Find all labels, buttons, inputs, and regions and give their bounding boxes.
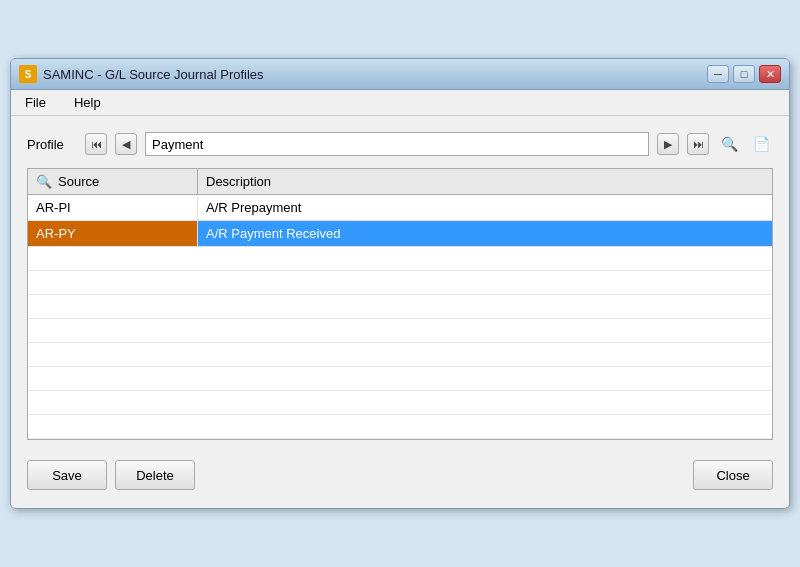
footer-left: Save Delete	[27, 460, 195, 490]
cell-description-selected: A/R Payment Received	[198, 221, 772, 246]
empty-row	[28, 319, 772, 343]
close-button[interactable]: Close	[693, 460, 773, 490]
title-buttons: ─ □ ✕	[707, 65, 781, 83]
search-button[interactable]: 🔍	[717, 132, 741, 156]
delete-button[interactable]: Delete	[115, 460, 195, 490]
main-window: S SAMINC - G/L Source Journal Profiles ─…	[10, 58, 790, 509]
empty-row	[28, 295, 772, 319]
profile-row: Profile ⏮ ◀ ▶ ⏭ 🔍 📄	[27, 132, 773, 156]
new-record-button[interactable]: 📄	[749, 132, 773, 156]
empty-row	[28, 391, 772, 415]
empty-row	[28, 247, 772, 271]
nav-next-button[interactable]: ▶	[657, 133, 679, 155]
table-header: 🔍 Source Description	[28, 169, 772, 195]
nav-first-button[interactable]: ⏮	[85, 133, 107, 155]
table-row[interactable]: AR-PI A/R Prepayment	[28, 195, 772, 221]
header-description: Description	[198, 169, 772, 194]
cell-source-selected: AR-PY	[28, 221, 198, 246]
empty-row	[28, 343, 772, 367]
app-icon: S	[19, 65, 37, 83]
data-table: 🔍 Source Description AR-PI A/R Prepaymen…	[27, 168, 773, 440]
content-area: Profile ⏮ ◀ ▶ ⏭ 🔍 📄 🔍 Source Description	[11, 116, 789, 508]
search-icon: 🔍	[721, 136, 738, 152]
save-button[interactable]: Save	[27, 460, 107, 490]
header-search-icon: 🔍	[36, 174, 52, 189]
empty-row	[28, 415, 772, 439]
menu-bar: File Help	[11, 90, 789, 116]
menu-file[interactable]: File	[19, 93, 52, 112]
empty-row	[28, 367, 772, 391]
minimize-button[interactable]: ─	[707, 65, 729, 83]
title-bar-left: S SAMINC - G/L Source Journal Profiles	[19, 65, 264, 83]
table-body: AR-PI A/R Prepayment AR-PY A/R Payment R…	[28, 195, 772, 439]
profile-input[interactable]	[145, 132, 649, 156]
empty-row	[28, 271, 772, 295]
window-title: SAMINC - G/L Source Journal Profiles	[43, 67, 264, 82]
cell-description: A/R Prepayment	[198, 195, 772, 220]
window-close-button[interactable]: ✕	[759, 65, 781, 83]
title-bar: S SAMINC - G/L Source Journal Profiles ─…	[11, 59, 789, 90]
new-record-icon: 📄	[753, 136, 770, 152]
profile-label: Profile	[27, 137, 77, 152]
footer-buttons: Save Delete Close	[27, 456, 773, 492]
nav-last-button[interactable]: ⏭	[687, 133, 709, 155]
table-row-selected[interactable]: AR-PY A/R Payment Received	[28, 221, 772, 247]
menu-help[interactable]: Help	[68, 93, 107, 112]
nav-prev-button[interactable]: ◀	[115, 133, 137, 155]
cell-source: AR-PI	[28, 195, 198, 220]
header-source: 🔍 Source	[28, 169, 198, 194]
maximize-button[interactable]: □	[733, 65, 755, 83]
